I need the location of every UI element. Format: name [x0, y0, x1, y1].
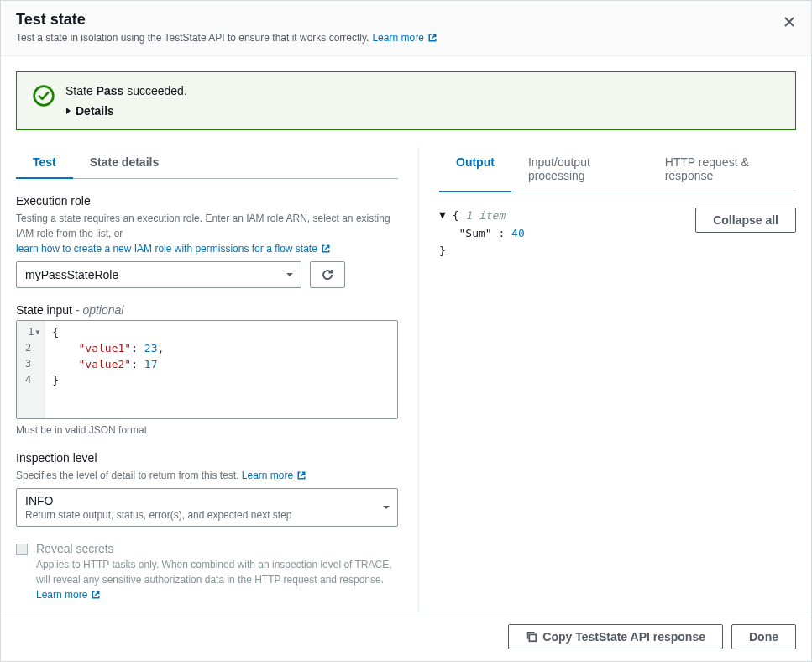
json-output: ▼ { 1 item "Sum" : 40 }	[439, 208, 525, 260]
inspection-level-field: Inspection level Specifies the level of …	[16, 451, 398, 527]
code-tok: 23	[144, 342, 158, 355]
inspection-value-desc: Return state output, status, error(s), a…	[25, 509, 374, 521]
collapse-all-button[interactable]: Collapse all	[695, 208, 796, 233]
state-input-label: State input - optional	[16, 303, 398, 317]
alert-suffix: succeeded.	[123, 84, 187, 97]
code-tok: {	[52, 326, 59, 339]
reveal-help-text: Applies to HTTP tasks only. When combine…	[36, 559, 392, 586]
execution-role-select[interactable]: myPassStateRole	[16, 261, 301, 288]
close-icon	[783, 15, 796, 29]
tab-io-processing[interactable]: Input/output processing	[511, 147, 648, 192]
line-num: 4	[25, 372, 31, 388]
copy-button-text: Copy TestState API response	[542, 630, 705, 644]
json-key: "Sum"	[458, 227, 491, 239]
reveal-secrets-help: Applies to HTTP tasks only. When combine…	[36, 557, 398, 602]
alert-content: State Pass succeeded. Details	[65, 84, 780, 118]
editor-gutter: 1▼ 2 3 4	[17, 321, 45, 418]
execution-role-help: Testing a state requires an execution ro…	[16, 211, 398, 256]
reveal-learn-more-link[interactable]: Learn more	[36, 587, 101, 602]
success-icon	[32, 84, 55, 108]
details-label: Details	[76, 104, 114, 118]
execution-role-field: Execution role Testing a state requires …	[16, 194, 398, 288]
inspection-help-text: Specifies the level of detail to return …	[16, 470, 238, 481]
execution-role-value: myPassStateRole	[25, 268, 118, 281]
state-input-footnote: Must be in valid JSON format	[16, 424, 398, 436]
external-link-icon	[321, 244, 331, 254]
reveal-secrets-label: Reveal secrets	[36, 542, 398, 555]
line-num: 3	[25, 356, 31, 372]
left-panel: Test State details Execution role Testin…	[16, 147, 419, 612]
code-tok: :	[131, 342, 144, 355]
external-link-icon	[91, 590, 101, 600]
code-tok: "value1"	[79, 342, 132, 355]
tab-output[interactable]: Output	[439, 147, 511, 192]
reveal-secrets-field: Reveal secrets Applies to HTTP tasks onl…	[16, 542, 398, 602]
json-item-count: 1 item	[465, 209, 505, 222]
line-num: 2	[25, 340, 31, 356]
learn-more-text: Learn more	[372, 32, 423, 44]
caret-right-icon	[65, 107, 72, 115]
inspection-level-help: Specifies the level of detail to return …	[16, 468, 398, 483]
state-input-label-optional: - optional	[72, 303, 123, 317]
details-toggle[interactable]: Details	[65, 104, 114, 118]
inspection-value: INFO	[25, 494, 374, 507]
modal-body: State Pass succeeded. Details Test State…	[1, 56, 811, 612]
iam-role-link[interactable]: learn how to create a new IAM role with …	[16, 241, 331, 256]
code-tok: ,	[157, 342, 164, 355]
modal-subtitle: Test a state in isolation using the Test…	[16, 32, 796, 44]
state-input-label-main: State input	[16, 303, 72, 317]
execution-role-help-text: Testing a state requires an execution ro…	[16, 213, 390, 239]
json-sep: :	[492, 227, 511, 239]
inspection-learn-more-link[interactable]: Learn more	[242, 468, 306, 483]
inspection-level-select[interactable]: INFO Return state output, status, error(…	[16, 488, 398, 527]
refresh-icon	[321, 268, 334, 281]
success-alert: State Pass succeeded. Details	[16, 71, 796, 130]
state-input-editor[interactable]: 1▼ 2 3 4 { "value1": 23, "value2": 17 }	[16, 320, 398, 419]
copy-response-button[interactable]: Copy TestState API response	[508, 624, 723, 649]
right-panel: Output Input/output processing HTTP requ…	[419, 147, 796, 612]
reveal-secrets-checkbox	[16, 544, 28, 555]
alert-state-name: Pass	[97, 84, 124, 97]
state-input-field: State input - optional 1▼ 2 3 4 { "value…	[16, 303, 398, 436]
caret-down-icon	[286, 272, 294, 277]
inspection-level-label: Inspection level	[16, 451, 398, 465]
output-area: ▼ { 1 item "Sum" : 40 } Collapse all	[439, 208, 796, 260]
execution-role-label: Execution role	[16, 194, 398, 208]
caret-down-icon	[382, 505, 390, 510]
done-button[interactable]: Done	[731, 624, 796, 649]
external-link-icon	[427, 33, 437, 43]
tab-test[interactable]: Test	[16, 147, 73, 179]
right-tabs: Output Input/output processing HTTP requ…	[439, 147, 796, 192]
editor-content[interactable]: { "value1": 23, "value2": 17 }	[45, 321, 170, 418]
code-tok: 17	[144, 358, 158, 370]
line-num: 1	[28, 324, 34, 340]
left-tabs: Test State details	[16, 147, 398, 179]
external-link-icon	[296, 470, 306, 481]
iam-role-link-text: learn how to create a new IAM role with …	[16, 241, 317, 256]
alert-prefix: State	[65, 84, 97, 97]
alert-title: State Pass succeeded.	[65, 84, 780, 97]
modal-subtitle-text: Test a state in isolation using the Test…	[16, 32, 369, 44]
inspection-learn-more-text: Learn more	[242, 468, 293, 483]
copy-icon	[526, 631, 537, 643]
caret-down-icon[interactable]: ▼	[439, 207, 446, 224]
code-tok: :	[131, 358, 144, 370]
svg-rect-1	[530, 634, 537, 641]
learn-more-link[interactable]: Learn more	[372, 32, 437, 44]
close-button[interactable]	[779, 11, 799, 34]
columns: Test State details Execution role Testin…	[16, 147, 796, 612]
refresh-button[interactable]	[310, 261, 345, 288]
modal-header: Test state Test a state in isolation usi…	[1, 1, 811, 56]
modal-footer: Copy TestState API response Done	[1, 612, 811, 661]
reveal-learn-more-text: Learn more	[36, 587, 87, 602]
tab-http[interactable]: HTTP request & response	[648, 147, 796, 192]
tab-state-details[interactable]: State details	[73, 147, 175, 179]
code-tok: "value2"	[79, 358, 132, 370]
modal-title: Test state	[16, 11, 796, 29]
code-tok: }	[52, 374, 59, 386]
json-value: 40	[511, 227, 525, 239]
